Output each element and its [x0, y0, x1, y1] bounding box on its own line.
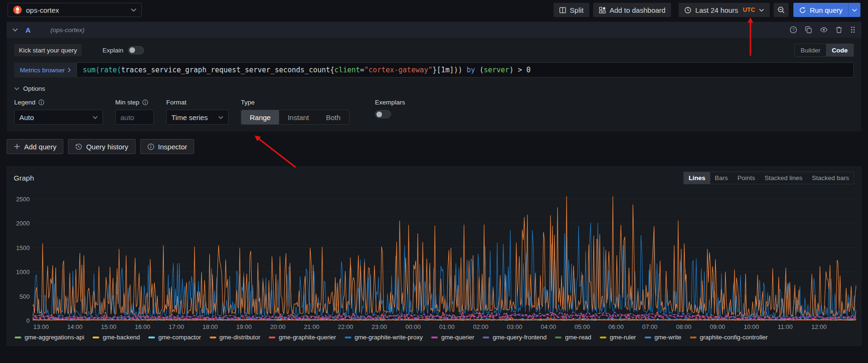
metrics-browser-button[interactable]: Metrics browser — [14, 62, 77, 78]
graph-panel-title: Graph — [14, 174, 34, 182]
legend-item[interactable]: graphite-config-controller — [690, 334, 768, 341]
query-code-input[interactable]: sum(rate(traces_service_graph_request_se… — [77, 62, 854, 78]
x-axis-label: 15:00 — [101, 323, 117, 330]
style-stacked-bars-button[interactable]: Stacked bars — [807, 172, 854, 184]
info-icon — [38, 99, 44, 105]
legend-series-name: graphite-config-controller — [700, 334, 768, 341]
add-query-button[interactable]: Add query — [7, 139, 63, 154]
query-editor-panel: A (ops-cortex) ? Kick start your query E… — [7, 22, 861, 131]
min-step-input[interactable] — [115, 110, 154, 125]
x-axis-label: 06:00 — [608, 323, 624, 330]
legend-series-color — [690, 337, 697, 338]
split-label: Split — [570, 6, 584, 14]
legend-series-color — [269, 337, 275, 338]
legend-item[interactable]: gme-query-frontend — [483, 334, 546, 341]
legend-select[interactable]: Auto — [14, 110, 103, 125]
chevron-down-icon — [218, 116, 223, 119]
add-to-dashboard-button[interactable]: Add to dashboard — [593, 3, 671, 17]
legend-item[interactable]: gme-aggregations-api — [15, 334, 84, 341]
legend-item[interactable]: gme-graphite-querier — [269, 334, 336, 341]
topbar-actions: Split Add to dashboard Last 24 hours UTC… — [553, 3, 860, 17]
x-axis-label: 09:00 — [710, 323, 725, 330]
trash-icon[interactable] — [835, 26, 842, 34]
metrics-browser-label: Metrics browser — [20, 67, 65, 74]
style-lines-button[interactable]: Lines — [684, 172, 710, 184]
prometheus-icon — [13, 5, 22, 15]
legend-series-color — [345, 337, 351, 338]
legend-series-name: gme-graphite-querier — [279, 334, 336, 341]
explore-actions: Add query Query history Inspector — [7, 139, 861, 154]
legend-item[interactable]: gme-querier — [431, 334, 474, 341]
format-select[interactable]: Time series — [166, 110, 229, 125]
x-axis-label: 20:00 — [270, 323, 286, 330]
style-bars-button[interactable]: Bars — [710, 172, 733, 184]
explain-toggle[interactable] — [128, 46, 144, 54]
x-axis-label: 10:00 — [744, 323, 759, 330]
y-axis: 05001000150020002500 — [10, 189, 33, 320]
query-history-button[interactable]: Query history — [68, 139, 135, 154]
run-query-dropdown[interactable] — [848, 3, 860, 17]
drag-handle-icon[interactable] — [850, 26, 856, 34]
exemplars-toggle[interactable] — [375, 110, 391, 118]
style-stacked-lines-button[interactable]: Stacked lines — [760, 172, 807, 184]
topbar: ops-cortex Split Add to dashboard Last 2… — [0, 0, 868, 18]
eye-icon[interactable] — [820, 26, 828, 34]
datasource-picker[interactable]: ops-cortex — [8, 3, 142, 17]
explain-label: Explain — [102, 47, 123, 54]
run-query-button[interactable]: Run query — [793, 3, 848, 17]
legend-item[interactable]: gme-distributor — [210, 334, 261, 341]
legend-item[interactable]: gme-graphite-write-proxy — [345, 334, 423, 341]
legend-series-color — [148, 337, 155, 338]
legend-series-name: gme-distributor — [220, 334, 261, 341]
zoom-out-button[interactable] — [774, 3, 789, 17]
help-icon[interactable]: ? — [790, 26, 797, 34]
query-row-header[interactable]: A (ops-cortex) ? — [7, 22, 861, 38]
x-axis-label: 07:00 — [642, 323, 658, 330]
x-axis-label: 19:00 — [236, 323, 252, 330]
chevron-down-icon — [131, 8, 136, 12]
chevron-down-icon — [852, 9, 857, 12]
x-axis-label: 22:00 — [338, 323, 353, 330]
legend-item[interactable]: gme-ruler — [600, 334, 636, 341]
exemplars-label: Exemplars — [375, 99, 405, 106]
chevron-down-icon — [759, 9, 764, 12]
info-circle-icon — [147, 143, 154, 150]
plot-area[interactable] — [33, 189, 856, 320]
style-points-button[interactable]: Points — [732, 172, 760, 184]
format-select-value: Time series — [171, 113, 218, 121]
query-datasource-hint: (ops-cortex) — [51, 26, 85, 34]
legend-item[interactable]: gme-compactor — [148, 334, 201, 341]
legend-item[interactable]: gme-backend — [93, 334, 140, 341]
x-axis-label: 08:00 — [676, 323, 691, 330]
legend-series-name: gme-aggregations-api — [25, 334, 84, 341]
code-mode-button[interactable]: Code — [826, 44, 853, 56]
x-axis-label: 14:00 — [67, 323, 83, 330]
split-button[interactable]: Split — [553, 3, 589, 17]
legend-item[interactable]: gme-read — [555, 334, 591, 341]
y-axis-label: 500 — [19, 293, 30, 300]
copy-icon[interactable] — [805, 26, 812, 34]
x-axis-label: 01:00 — [439, 323, 455, 330]
legend-series-color — [645, 337, 651, 338]
type-range-button[interactable]: Range — [241, 110, 279, 124]
x-axis-label: 16:00 — [135, 323, 150, 330]
kick-start-query-button[interactable]: Kick start your query — [14, 44, 82, 56]
x-axis-label: 21:00 — [304, 323, 320, 330]
query-editor-body: Kick start your query Explain Builder Co… — [7, 38, 861, 131]
collapse-chevron-icon[interactable] — [12, 28, 18, 32]
legend-item[interactable]: gme-write — [645, 334, 681, 341]
x-axis-label: 13:00 — [34, 323, 49, 330]
options-collapse[interactable]: Options — [14, 85, 854, 92]
time-range-picker[interactable]: Last 24 hours UTC — [679, 3, 770, 17]
x-axis-label: 03:00 — [507, 323, 522, 330]
type-both-button[interactable]: Both — [317, 110, 349, 124]
inspector-button[interactable]: Inspector — [140, 139, 195, 154]
y-axis-label: 2000 — [16, 220, 30, 227]
x-axis-label: 23:00 — [372, 323, 387, 330]
legend-series-color — [555, 337, 562, 338]
graph-style-switcher: Lines Bars Points Stacked lines Stacked … — [683, 172, 854, 184]
type-instant-button[interactable]: Instant — [279, 110, 317, 124]
x-axis-label: 17:00 — [169, 323, 184, 330]
timezone-label: UTC — [743, 7, 755, 13]
builder-mode-button[interactable]: Builder — [795, 44, 826, 56]
